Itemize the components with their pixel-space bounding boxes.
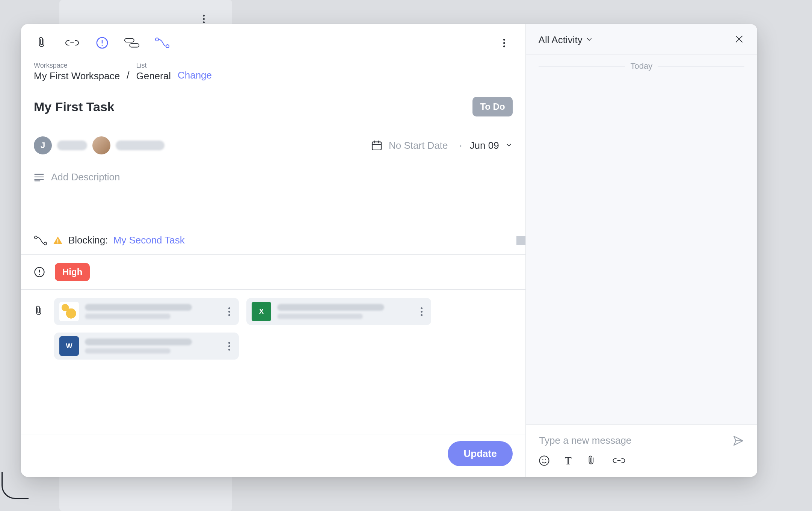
dependency-status-square (516, 236, 525, 245)
dependency-linked-task[interactable]: My Second Task (113, 234, 185, 246)
task-toolbar (21, 24, 525, 54)
update-button[interactable]: Update (448, 441, 512, 466)
paperclip-icon[interactable] (587, 455, 596, 467)
svg-point-15 (35, 236, 37, 239)
assignee-avatar-2[interactable] (92, 136, 110, 154)
dependency-label: Blocking: (68, 234, 108, 246)
svg-point-26 (542, 459, 543, 460)
svg-point-16 (44, 242, 47, 245)
chevron-down-icon (586, 34, 593, 46)
task-meta-row: J No Start Date → Jun 09 (21, 128, 525, 163)
attachment-meta-blur (85, 304, 219, 319)
breadcrumb-list-value: General (136, 70, 171, 82)
status-chip[interactable]: To Do (472, 97, 512, 116)
svg-rect-17 (57, 239, 58, 242)
link-icon[interactable] (611, 457, 626, 465)
priority-badge[interactable]: High (55, 263, 90, 281)
paperclip-icon (34, 298, 44, 317)
assignees[interactable]: J (34, 136, 165, 154)
attachment-card[interactable] (54, 298, 239, 325)
close-icon[interactable] (734, 34, 744, 46)
svg-point-27 (545, 459, 546, 460)
svg-rect-3 (125, 39, 134, 42)
svg-point-25 (539, 456, 549, 466)
start-date-placeholder[interactable]: No Start Date (389, 140, 448, 151)
attachment-more-menu[interactable] (417, 307, 426, 316)
dependency-icon (34, 235, 47, 246)
priority-circled-icon (34, 266, 45, 278)
task-title[interactable]: My First Task (34, 100, 115, 114)
priority-section: High (21, 255, 525, 290)
activity-filter-label: All Activity (539, 34, 583, 46)
tags-icon[interactable] (124, 35, 140, 51)
activity-date-label: Today (630, 61, 652, 71)
breadcrumb-workspace-value: My First Workspace (34, 70, 120, 82)
background-kebab-icon (199, 11, 208, 23)
svg-point-6 (166, 45, 169, 48)
calendar-icon (371, 139, 383, 151)
assignee-avatar-1[interactable]: J (34, 136, 52, 154)
attachment-more-menu[interactable] (225, 342, 234, 351)
composer-toolbar: T (526, 449, 757, 477)
warning-icon (53, 235, 63, 246)
svg-rect-4 (130, 44, 139, 47)
dependency-section: Blocking: My Second Task (21, 226, 525, 255)
paperclip-icon[interactable] (34, 35, 50, 51)
task-footer: Update (21, 434, 525, 477)
breadcrumb-list-label: List (136, 62, 171, 70)
priority-icon[interactable] (94, 35, 110, 51)
emoji-icon[interactable] (539, 455, 550, 466)
assignee-name-blur (116, 141, 165, 150)
chevron-down-icon[interactable] (505, 140, 513, 151)
breadcrumb-separator: / (127, 70, 129, 82)
activity-panel: All Activity Today (526, 24, 757, 477)
description-section[interactable]: Add Description (21, 163, 525, 226)
breadcrumb: Workspace My First Workspace / List Gene… (21, 54, 525, 86)
task-more-menu[interactable] (496, 35, 513, 51)
task-modal: Workspace My First Workspace / List Gene… (21, 24, 757, 477)
description-placeholder: Add Description (51, 171, 120, 183)
breadcrumb-change-link[interactable]: Change (178, 70, 212, 82)
task-main-panel: Workspace My First Workspace / List Gene… (21, 24, 526, 477)
attachments-section: X W (21, 290, 525, 362)
attachment-card[interactable]: W (54, 333, 239, 360)
attachment-meta-blur (85, 339, 219, 354)
activity-date-divider: Today (539, 61, 744, 71)
svg-rect-18 (57, 242, 58, 243)
task-dates[interactable]: No Start Date → Jun 09 (371, 139, 513, 151)
message-input[interactable] (539, 434, 732, 447)
attachment-thumb-excel: X (252, 302, 271, 321)
date-arrow-icon: → (454, 140, 464, 151)
attachment-meta-blur (277, 304, 411, 319)
svg-rect-7 (372, 142, 381, 150)
message-composer: T (526, 424, 757, 477)
activity-header: All Activity (526, 24, 757, 54)
attachment-thumb-word: W (59, 336, 79, 356)
text-format-icon[interactable]: T (565, 454, 572, 467)
link-icon[interactable] (64, 35, 80, 51)
breadcrumb-list[interactable]: List General (136, 62, 171, 82)
attachment-thumb-image (59, 302, 79, 321)
task-title-row: My First Task To Do (21, 86, 525, 128)
attachment-list: X W (54, 298, 513, 360)
send-icon[interactable] (732, 435, 744, 447)
attachment-card[interactable]: X (246, 298, 431, 325)
assignee-name-blur (57, 141, 87, 150)
dependency-icon[interactable] (154, 35, 171, 51)
description-lines-icon (34, 171, 44, 182)
activity-body: Today (526, 54, 757, 424)
svg-point-21 (39, 274, 40, 275)
activity-filter-dropdown[interactable]: All Activity (539, 34, 593, 46)
breadcrumb-workspace-label: Workspace (34, 62, 120, 70)
svg-point-5 (155, 38, 158, 41)
attachment-more-menu[interactable] (225, 307, 234, 316)
breadcrumb-workspace[interactable]: Workspace My First Workspace (34, 62, 120, 82)
due-date[interactable]: Jun 09 (470, 140, 499, 151)
svg-point-2 (102, 45, 103, 46)
